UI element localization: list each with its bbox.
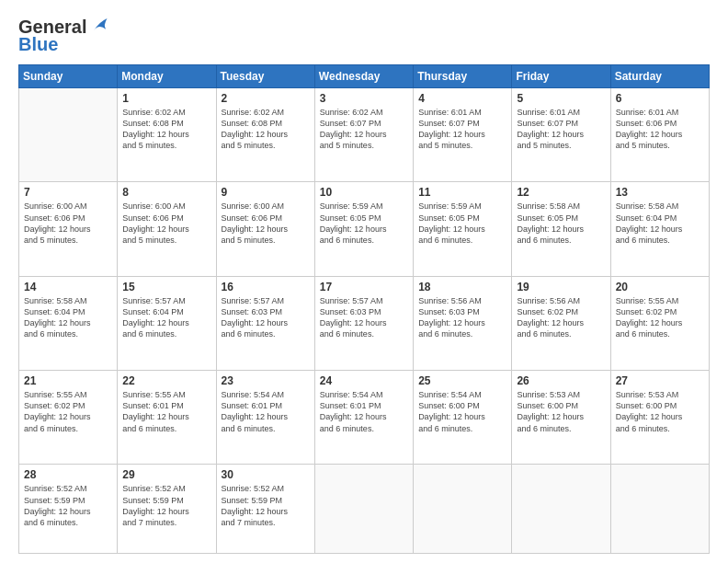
day-info: Sunrise: 6:02 AM Sunset: 6:07 PM Dayligh… <box>320 107 408 152</box>
calendar-table: SundayMondayTuesdayWednesdayThursdayFrid… <box>18 64 710 554</box>
col-header-monday: Monday <box>118 65 216 88</box>
calendar-cell: 6Sunrise: 6:01 AM Sunset: 6:06 PM Daylig… <box>610 88 709 182</box>
day-number: 7 <box>24 186 112 199</box>
day-info: Sunrise: 5:58 AM Sunset: 6:04 PM Dayligh… <box>24 295 112 340</box>
day-number: 3 <box>320 92 408 105</box>
calendar-cell: 10Sunrise: 5:59 AM Sunset: 6:05 PM Dayli… <box>314 182 413 276</box>
day-number: 2 <box>222 92 310 105</box>
day-info: Sunrise: 5:57 AM Sunset: 6:03 PM Dayligh… <box>320 295 408 340</box>
day-info: Sunrise: 6:01 AM Sunset: 6:07 PM Dayligh… <box>418 107 506 152</box>
calendar-cell: 26Sunrise: 5:53 AM Sunset: 6:00 PM Dayli… <box>512 371 610 465</box>
day-info: Sunrise: 5:57 AM Sunset: 6:04 PM Dayligh… <box>122 295 210 340</box>
calendar-cell: 19Sunrise: 5:56 AM Sunset: 6:02 PM Dayli… <box>512 276 610 370</box>
day-info: Sunrise: 6:01 AM Sunset: 6:07 PM Dayligh… <box>517 107 605 152</box>
calendar-week-row: 1Sunrise: 6:02 AM Sunset: 6:08 PM Daylig… <box>19 88 710 182</box>
day-number: 15 <box>122 281 210 293</box>
day-number: 30 <box>222 468 310 481</box>
day-info: Sunrise: 5:59 AM Sunset: 6:05 PM Dayligh… <box>418 201 506 246</box>
calendar-cell: 23Sunrise: 5:54 AM Sunset: 6:01 PM Dayli… <box>216 371 314 465</box>
day-number: 16 <box>222 281 310 293</box>
calendar-header-row: SundayMondayTuesdayWednesdayThursdayFrid… <box>19 65 710 88</box>
day-info: Sunrise: 5:59 AM Sunset: 6:05 PM Dayligh… <box>320 201 408 246</box>
day-info: Sunrise: 5:58 AM Sunset: 6:05 PM Dayligh… <box>517 201 605 246</box>
day-info: Sunrise: 6:02 AM Sunset: 6:08 PM Dayligh… <box>222 107 310 152</box>
day-info: Sunrise: 5:54 AM Sunset: 6:00 PM Dayligh… <box>418 389 506 434</box>
logo-bird-icon <box>88 16 108 36</box>
day-info: Sunrise: 5:54 AM Sunset: 6:01 PM Dayligh… <box>222 389 310 434</box>
day-number: 28 <box>24 468 112 481</box>
day-number: 25 <box>418 374 506 387</box>
day-info: Sunrise: 5:52 AM Sunset: 5:59 PM Dayligh… <box>24 483 112 528</box>
calendar-cell <box>414 465 512 554</box>
col-header-wednesday: Wednesday <box>314 65 413 88</box>
calendar-cell: 15Sunrise: 5:57 AM Sunset: 6:04 PM Dayli… <box>118 276 216 370</box>
day-number: 6 <box>616 92 704 105</box>
calendar-cell: 30Sunrise: 5:52 AM Sunset: 5:59 PM Dayli… <box>216 465 314 554</box>
calendar-cell: 11Sunrise: 5:59 AM Sunset: 6:05 PM Dayli… <box>414 182 512 276</box>
calendar-cell: 22Sunrise: 5:55 AM Sunset: 6:01 PM Dayli… <box>118 371 216 465</box>
calendar-cell: 29Sunrise: 5:52 AM Sunset: 5:59 PM Dayli… <box>118 465 216 554</box>
day-info: Sunrise: 5:55 AM Sunset: 6:02 PM Dayligh… <box>616 295 704 340</box>
day-number: 5 <box>517 92 605 105</box>
day-info: Sunrise: 5:53 AM Sunset: 6:00 PM Dayligh… <box>517 389 605 434</box>
calendar-cell: 16Sunrise: 5:57 AM Sunset: 6:03 PM Dayli… <box>216 276 314 370</box>
day-number: 29 <box>122 468 210 481</box>
day-info: Sunrise: 6:00 AM Sunset: 6:06 PM Dayligh… <box>122 201 210 246</box>
day-info: Sunrise: 5:57 AM Sunset: 6:03 PM Dayligh… <box>222 295 310 340</box>
day-number: 9 <box>222 186 310 199</box>
calendar-cell: 1Sunrise: 6:02 AM Sunset: 6:08 PM Daylig… <box>118 88 216 182</box>
day-number: 11 <box>418 186 506 199</box>
calendar-cell: 7Sunrise: 6:00 AM Sunset: 6:06 PM Daylig… <box>19 182 118 276</box>
day-info: Sunrise: 5:58 AM Sunset: 6:04 PM Dayligh… <box>616 201 704 246</box>
day-number: 22 <box>122 374 210 387</box>
col-header-thursday: Thursday <box>414 65 512 88</box>
day-number: 4 <box>418 92 506 105</box>
calendar-cell: 8Sunrise: 6:00 AM Sunset: 6:06 PM Daylig… <box>118 182 216 276</box>
calendar-week-row: 7Sunrise: 6:00 AM Sunset: 6:06 PM Daylig… <box>19 182 710 276</box>
calendar-cell: 2Sunrise: 6:02 AM Sunset: 6:08 PM Daylig… <box>216 88 314 182</box>
day-info: Sunrise: 6:00 AM Sunset: 6:06 PM Dayligh… <box>222 201 310 246</box>
day-info: Sunrise: 6:01 AM Sunset: 6:06 PM Dayligh… <box>616 107 704 152</box>
col-header-friday: Friday <box>512 65 610 88</box>
day-info: Sunrise: 5:55 AM Sunset: 6:02 PM Dayligh… <box>24 389 112 434</box>
page-header: General Blue <box>18 17 710 55</box>
day-number: 18 <box>418 281 506 293</box>
calendar-cell: 17Sunrise: 5:57 AM Sunset: 6:03 PM Dayli… <box>314 276 413 370</box>
calendar-cell: 3Sunrise: 6:02 AM Sunset: 6:07 PM Daylig… <box>314 88 413 182</box>
calendar-cell: 20Sunrise: 5:55 AM Sunset: 6:02 PM Dayli… <box>610 276 709 370</box>
day-info: Sunrise: 5:56 AM Sunset: 6:02 PM Dayligh… <box>517 295 605 340</box>
day-number: 10 <box>320 186 408 199</box>
day-number: 14 <box>24 281 112 293</box>
day-info: Sunrise: 5:52 AM Sunset: 5:59 PM Dayligh… <box>222 483 310 528</box>
day-number: 21 <box>24 374 112 387</box>
day-info: Sunrise: 5:53 AM Sunset: 6:00 PM Dayligh… <box>616 389 704 434</box>
day-info: Sunrise: 6:00 AM Sunset: 6:06 PM Dayligh… <box>24 201 112 246</box>
day-number: 27 <box>616 374 704 387</box>
day-number: 20 <box>616 281 704 293</box>
day-number: 1 <box>122 92 210 105</box>
col-header-saturday: Saturday <box>610 65 709 88</box>
day-number: 17 <box>320 281 408 293</box>
day-info: Sunrise: 6:02 AM Sunset: 6:08 PM Dayligh… <box>122 107 210 152</box>
calendar-cell <box>512 465 610 554</box>
day-number: 26 <box>517 374 605 387</box>
day-number: 13 <box>616 186 704 199</box>
calendar-cell: 4Sunrise: 6:01 AM Sunset: 6:07 PM Daylig… <box>414 88 512 182</box>
calendar-cell: 18Sunrise: 5:56 AM Sunset: 6:03 PM Dayli… <box>414 276 512 370</box>
calendar-cell: 21Sunrise: 5:55 AM Sunset: 6:02 PM Dayli… <box>19 371 118 465</box>
logo: General Blue <box>18 17 108 55</box>
day-info: Sunrise: 5:52 AM Sunset: 5:59 PM Dayligh… <box>122 483 210 528</box>
day-number: 12 <box>517 186 605 199</box>
calendar-cell: 25Sunrise: 5:54 AM Sunset: 6:00 PM Dayli… <box>414 371 512 465</box>
day-number: 8 <box>122 186 210 199</box>
calendar-cell: 5Sunrise: 6:01 AM Sunset: 6:07 PM Daylig… <box>512 88 610 182</box>
calendar-cell <box>610 465 709 554</box>
day-info: Sunrise: 5:54 AM Sunset: 6:01 PM Dayligh… <box>320 389 408 434</box>
calendar-cell: 13Sunrise: 5:58 AM Sunset: 6:04 PM Dayli… <box>610 182 709 276</box>
calendar-cell: 24Sunrise: 5:54 AM Sunset: 6:01 PM Dayli… <box>314 371 413 465</box>
day-number: 23 <box>222 374 310 387</box>
day-info: Sunrise: 5:55 AM Sunset: 6:01 PM Dayligh… <box>122 389 210 434</box>
calendar-cell: 14Sunrise: 5:58 AM Sunset: 6:04 PM Dayli… <box>19 276 118 370</box>
col-header-tuesday: Tuesday <box>216 65 314 88</box>
calendar-cell <box>314 465 413 554</box>
